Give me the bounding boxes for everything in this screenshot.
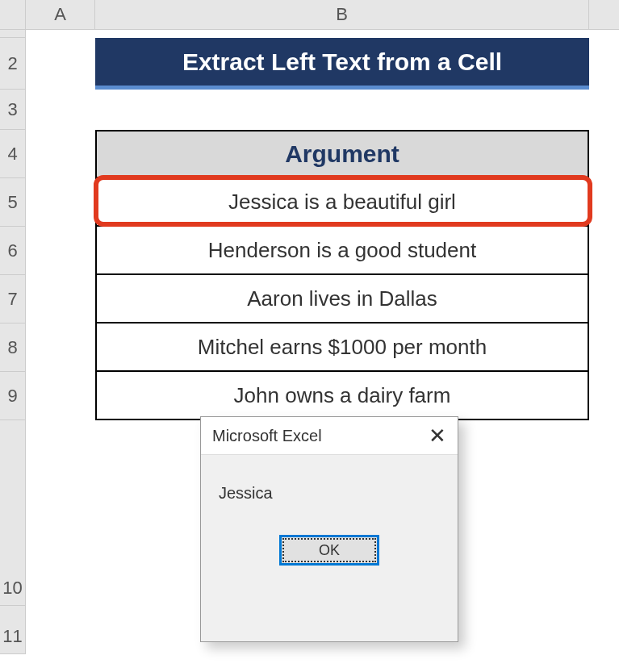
cell-A3[interactable] bbox=[26, 90, 95, 130]
dialog-footer: OK bbox=[201, 519, 458, 585]
row-header-2[interactable]: 2 bbox=[0, 38, 26, 90]
dialog-message: Jessica bbox=[201, 455, 458, 519]
row-header-1[interactable] bbox=[0, 30, 26, 38]
title-cell[interactable]: Extract Left Text from a Cell bbox=[95, 38, 589, 90]
row-header-6[interactable]: 6 bbox=[0, 227, 26, 275]
dialog-title-bar[interactable]: Microsoft Excel ✕ bbox=[201, 417, 458, 455]
cell-A7[interactable] bbox=[26, 275, 95, 323]
select-all-corner[interactable] bbox=[0, 0, 26, 29]
cell-A1[interactable] bbox=[26, 30, 95, 38]
data-cell-2[interactable]: Henderson is a good student bbox=[95, 227, 589, 275]
cell-B1[interactable] bbox=[95, 30, 589, 38]
column-header-B[interactable]: B bbox=[95, 0, 589, 29]
data-cell-3[interactable]: Aaron lives in Dallas bbox=[95, 275, 589, 323]
row-header-7[interactable]: 7 bbox=[0, 275, 26, 323]
data-cell-5[interactable]: John owns a dairy farm bbox=[95, 372, 589, 420]
table-header-cell[interactable]: Argument bbox=[95, 130, 589, 178]
cell-A9[interactable] bbox=[26, 372, 95, 420]
row-header-3[interactable]: 3 bbox=[0, 90, 26, 130]
row-header-8[interactable]: 8 bbox=[0, 323, 26, 372]
row-header-4[interactable]: 4 bbox=[0, 130, 26, 178]
cell-A5[interactable] bbox=[26, 178, 95, 227]
cell-A10[interactable] bbox=[26, 420, 95, 606]
close-icon[interactable]: ✕ bbox=[429, 425, 446, 446]
data-cell-4[interactable]: Mitchel earns $1000 per month bbox=[95, 323, 589, 372]
row-header-11[interactable]: 11 bbox=[0, 606, 26, 654]
column-headers: A B bbox=[0, 0, 619, 30]
data-cell-1[interactable]: Jessica is a beautiful girl bbox=[95, 178, 589, 227]
cell-A2[interactable] bbox=[26, 38, 95, 90]
cell-A6[interactable] bbox=[26, 227, 95, 275]
msgbox-dialog: Microsoft Excel ✕ Jessica OK bbox=[200, 416, 458, 642]
column-header-A[interactable]: A bbox=[26, 0, 95, 29]
dialog-title: Microsoft Excel bbox=[212, 427, 322, 445]
cell-B3[interactable] bbox=[95, 90, 589, 130]
row-header-5[interactable]: 5 bbox=[0, 178, 26, 227]
row-header-9[interactable]: 9 bbox=[0, 372, 26, 420]
cell-A11[interactable] bbox=[26, 606, 95, 654]
row-header-10[interactable]: 10 bbox=[0, 420, 26, 606]
cell-A8[interactable] bbox=[26, 323, 95, 372]
ok-button[interactable]: OK bbox=[279, 535, 379, 566]
cell-A4[interactable] bbox=[26, 130, 95, 178]
